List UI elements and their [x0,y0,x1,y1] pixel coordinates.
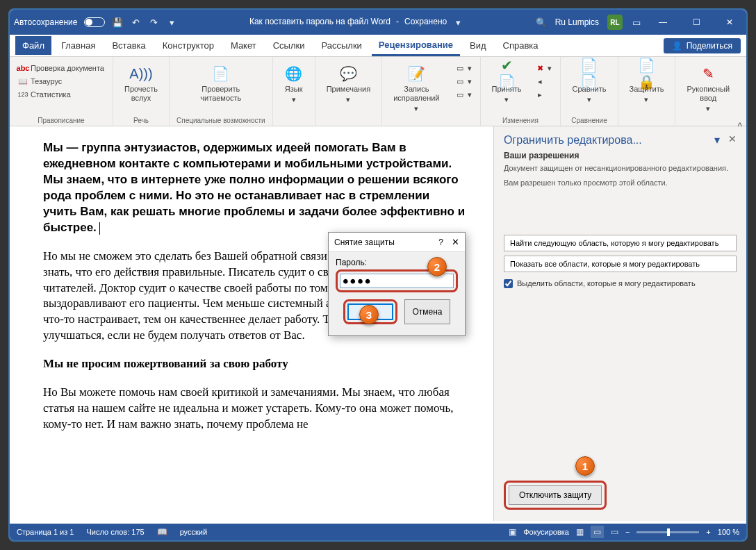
heading: Мы не просим пожертвований за свою работ… [43,356,466,372]
callout-1: 1 [575,456,595,476]
prev-change[interactable]: ◂ [534,76,553,87]
find-next-region-button[interactable]: Найти следующую область, которую я могу … [504,235,737,251]
share-button[interactable]: 👤Поделиться [664,38,741,53]
ribbon-options-icon[interactable]: ▭ [631,17,642,28]
display-mode[interactable]: ▭▾ [454,62,473,74]
pane-menu-icon[interactable]: ▾ [714,133,720,147]
paragraph: Мы — группа энтузиастов, одержимых идеей… [43,140,466,236]
focus-mode[interactable]: Фокусировка [523,528,569,536]
focus-icon[interactable]: ▣ [509,527,516,537]
zoom-level[interactable]: 100 % [718,528,739,536]
dialog-close-icon[interactable]: ✕ [452,237,459,247]
print-layout-icon[interactable]: ▭ [591,526,604,538]
status-bar: Страница 1 из 1 Число слов: 175 📖 русски… [10,524,746,540]
dropdown-icon: ▾ [587,95,591,104]
pane-text: Документ защищен от несанкционированного… [504,163,737,174]
autosave-toggle[interactable] [84,17,105,27]
user-name: Ru Lumpics [555,17,599,27]
zoom-in[interactable]: + [706,528,710,536]
cancel-button[interactable]: Отмена [404,299,450,324]
speaker-icon: A))) [131,64,151,83]
minimize-button[interactable]: — [650,12,675,32]
restrict-editing-pane: Ограничить редактирова... ▾✕ Ваши разреш… [493,126,746,521]
comment-icon: 💬 [338,64,358,83]
read-mode-icon[interactable]: ▦ [576,527,584,537]
avatar[interactable]: RL [607,15,623,30]
language[interactable]: русский [180,528,207,536]
abc-icon: abc [18,63,28,73]
compare[interactable]: 📄📄Сравнить▾ [568,62,610,106]
menu-references[interactable]: Ссылки [266,36,312,55]
menu-file[interactable]: Файл [15,36,51,55]
menu-home[interactable]: Главная [54,36,102,55]
check-accessibility[interactable]: 📄Проверить читаемость [196,62,245,104]
search-icon[interactable]: 🔍 [536,17,547,28]
track-changes[interactable]: 📝Запись исправлений▾ [389,62,443,115]
page-count[interactable]: Страница 1 из 1 [17,528,74,536]
doc-icon: ▭ [455,63,465,73]
show-all-regions-button[interactable]: Показать все области, которые я могу ред… [504,256,737,272]
reject-icon: ✖ [535,63,545,73]
menu-help[interactable]: Справка [496,36,545,55]
doc-icon: ▭ [455,76,465,86]
callout-3: 3 [359,305,379,324]
menu-bar: Файл Главная Вставка Конструктор Макет С… [10,35,746,57]
thesaurus[interactable]: 📖Тезаурус [17,76,106,87]
dropdown-icon: ▾ [414,104,418,113]
web-layout-icon[interactable]: ▭ [611,527,618,537]
zoom-out[interactable]: − [625,528,630,536]
show-markup[interactable]: ▭▾ [454,76,473,87]
dialog-title: Снятие защиты [334,238,395,247]
pane-text: Вам разрешен только просмотр этой област… [504,178,737,188]
reject[interactable]: ✖▾ [534,62,553,74]
redo-icon[interactable]: ↷ [148,17,159,28]
menu-review[interactable]: Рецензирование [372,35,460,56]
check-document[interactable]: abcПроверка документа [17,62,106,74]
disable-protection-button[interactable]: Отключить защиту [509,485,602,505]
help-icon[interactable]: ? [438,238,443,247]
menu-layout[interactable]: Макет [224,36,263,55]
next-change[interactable]: ▸ [534,89,553,100]
unprotect-dialog: Снятие защиты ? ✕ Пароль: ОК Отмена [328,232,466,336]
protect[interactable]: 📄🔒Защитить▾ [625,62,668,106]
pane-subtitle: Ваши разрешения [504,151,737,160]
highlight-regions-checkbox[interactable]: Выделить области, которые я могу редакти… [504,279,737,288]
language[interactable]: 🌐Язык▾ [280,62,308,106]
callout-2: 2 [427,257,447,276]
accept[interactable]: ✔📄Принять▾ [488,62,526,106]
prev-icon: ◂ [535,76,545,86]
dropdown-icon[interactable]: ▾ [452,17,463,28]
ink[interactable]: ✎Рукописный ввод▾ [682,62,734,115]
menu-view[interactable]: Вид [463,36,493,55]
word-count[interactable]: Число слов: 175 [86,528,144,536]
autosave-label: Автосохранение [14,17,77,27]
lock-icon: 📄🔒 [636,64,656,83]
menu-mailings[interactable]: Рассылки [314,36,368,55]
check-icon: ✔📄 [497,64,516,83]
spell-icon[interactable]: 📖 [157,527,167,537]
qat-more-icon[interactable]: ▾ [166,17,177,28]
statistics[interactable]: 123Статистика [17,89,106,100]
undo-icon[interactable]: ↶ [130,17,141,28]
close-button[interactable]: ✕ [717,12,742,32]
pane-close-icon[interactable]: ✕ [728,133,737,147]
reviewing-pane[interactable]: ▭▾ [454,89,473,100]
globe-icon: 🌐 [284,64,304,83]
track-icon: 📝 [406,64,426,83]
comments[interactable]: 💬Примечания▾ [322,62,375,106]
save-icon[interactable]: 💾 [112,17,123,28]
menu-design[interactable]: Конструктор [156,36,221,55]
maximize-button[interactable]: ☐ [684,12,709,32]
zoom-slider[interactable] [636,531,699,533]
menu-insert[interactable]: Вставка [105,36,152,55]
saved-status: Сохранено [404,17,447,28]
pane-icon: ▭ [455,90,465,99]
next-icon: ▸ [535,90,545,99]
dropdown-icon: ▾ [504,95,509,104]
pen-icon: ✎ [698,64,718,83]
read-aloud[interactable]: A)))Прочесть вслух [120,62,162,104]
accessibility-icon: 📄 [211,64,231,83]
checkbox[interactable] [504,279,513,288]
pane-title: Ограничить редактирова... [504,134,642,147]
dropdown-icon: ▾ [644,95,648,104]
